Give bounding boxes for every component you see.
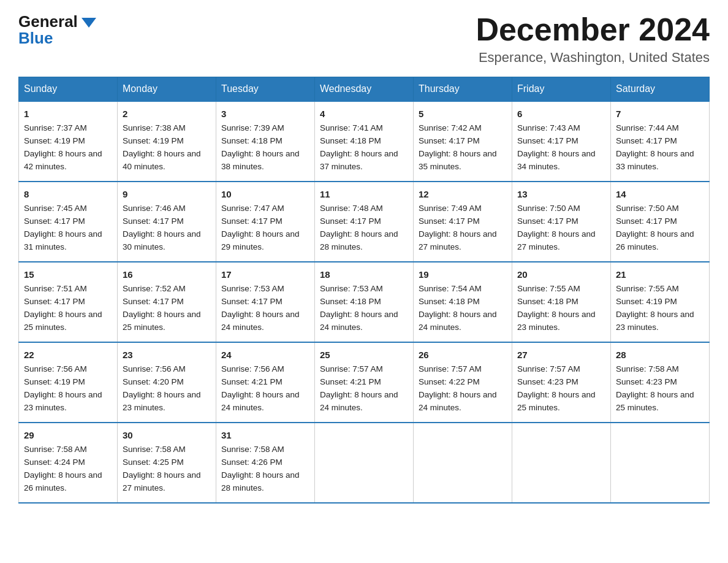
calendar-cell: 8Sunrise: 7:45 AMSunset: 4:17 PMDaylight… — [19, 182, 118, 262]
day-info: Sunrise: 7:55 AMSunset: 4:19 PMDaylight:… — [616, 284, 694, 332]
col-header-friday: Friday — [512, 77, 611, 102]
calendar-week-row: 8Sunrise: 7:45 AMSunset: 4:17 PMDaylight… — [19, 182, 710, 262]
calendar-cell: 30Sunrise: 7:58 AMSunset: 4:25 PMDayligh… — [118, 423, 216, 503]
day-number: 3 — [221, 107, 309, 121]
calendar-cell: 14Sunrise: 7:50 AMSunset: 4:17 PMDayligh… — [611, 182, 710, 262]
calendar-cell: 25Sunrise: 7:57 AMSunset: 4:21 PMDayligh… — [315, 342, 414, 423]
day-info: Sunrise: 7:57 AMSunset: 4:23 PMDaylight:… — [517, 364, 596, 412]
calendar-cell — [611, 423, 710, 503]
calendar-cell: 11Sunrise: 7:48 AMSunset: 4:17 PMDayligh… — [315, 182, 414, 262]
day-number: 12 — [419, 187, 507, 201]
day-number: 10 — [221, 187, 309, 201]
day-info: Sunrise: 7:39 AMSunset: 4:18 PMDaylight:… — [221, 123, 300, 171]
day-info: Sunrise: 7:46 AMSunset: 4:17 PMDaylight:… — [123, 204, 201, 251]
day-info: Sunrise: 7:52 AMSunset: 4:17 PMDaylight:… — [123, 284, 201, 332]
day-info: Sunrise: 7:53 AMSunset: 4:18 PMDaylight:… — [320, 284, 398, 332]
location-subtitle: Esperance, Washington, United States — [476, 50, 710, 66]
calendar-cell — [414, 423, 512, 503]
day-number: 27 — [517, 348, 605, 362]
calendar-cell: 17Sunrise: 7:53 AMSunset: 4:17 PMDayligh… — [216, 262, 315, 342]
day-number: 14 — [616, 187, 704, 201]
day-info: Sunrise: 7:58 AMSunset: 4:26 PMDaylight:… — [221, 445, 300, 492]
day-info: Sunrise: 7:55 AMSunset: 4:18 PMDaylight:… — [517, 284, 596, 332]
col-header-saturday: Saturday — [611, 77, 710, 102]
calendar-cell: 20Sunrise: 7:55 AMSunset: 4:18 PMDayligh… — [512, 262, 611, 342]
calendar-cell: 23Sunrise: 7:56 AMSunset: 4:20 PMDayligh… — [118, 342, 216, 423]
day-info: Sunrise: 7:54 AMSunset: 4:18 PMDaylight:… — [419, 284, 497, 332]
calendar-cell — [512, 423, 611, 503]
day-info: Sunrise: 7:50 AMSunset: 4:17 PMDaylight:… — [616, 204, 694, 251]
calendar-week-row: 1Sunrise: 7:37 AMSunset: 4:19 PMDaylight… — [19, 101, 710, 182]
day-info: Sunrise: 7:51 AMSunset: 4:17 PMDaylight:… — [24, 284, 102, 332]
calendar-cell: 28Sunrise: 7:58 AMSunset: 4:23 PMDayligh… — [611, 342, 710, 423]
day-number: 24 — [221, 348, 309, 362]
calendar-week-row: 22Sunrise: 7:56 AMSunset: 4:19 PMDayligh… — [19, 342, 710, 423]
calendar-cell: 10Sunrise: 7:47 AMSunset: 4:17 PMDayligh… — [216, 182, 315, 262]
calendar-cell: 7Sunrise: 7:44 AMSunset: 4:17 PMDaylight… — [611, 101, 710, 182]
calendar-header-row: SundayMondayTuesdayWednesdayThursdayFrid… — [19, 77, 710, 102]
calendar-cell: 21Sunrise: 7:55 AMSunset: 4:19 PMDayligh… — [611, 262, 710, 342]
calendar-cell: 19Sunrise: 7:54 AMSunset: 4:18 PMDayligh… — [414, 262, 512, 342]
day-info: Sunrise: 7:38 AMSunset: 4:19 PMDaylight:… — [123, 123, 201, 171]
day-number: 26 — [419, 348, 507, 362]
day-info: Sunrise: 7:43 AMSunset: 4:17 PMDaylight:… — [517, 123, 596, 171]
day-info: Sunrise: 7:57 AMSunset: 4:21 PMDaylight:… — [320, 364, 398, 412]
day-number: 9 — [123, 187, 211, 201]
day-number: 29 — [24, 428, 112, 442]
day-info: Sunrise: 7:49 AMSunset: 4:17 PMDaylight:… — [419, 204, 497, 251]
day-info: Sunrise: 7:56 AMSunset: 4:20 PMDaylight:… — [123, 364, 201, 412]
day-info: Sunrise: 7:58 AMSunset: 4:25 PMDaylight:… — [123, 445, 201, 492]
calendar-week-row: 29Sunrise: 7:58 AMSunset: 4:24 PMDayligh… — [19, 423, 710, 503]
calendar-cell — [315, 423, 414, 503]
day-number: 4 — [320, 107, 408, 121]
day-number: 20 — [517, 267, 605, 282]
calendar-table: SundayMondayTuesdayWednesdayThursdayFrid… — [18, 77, 710, 504]
day-number: 6 — [517, 107, 605, 121]
calendar-cell: 24Sunrise: 7:56 AMSunset: 4:21 PMDayligh… — [216, 342, 315, 423]
day-info: Sunrise: 7:45 AMSunset: 4:17 PMDaylight:… — [24, 204, 102, 251]
day-number: 17 — [221, 267, 309, 282]
day-number: 25 — [320, 348, 408, 362]
day-number: 19 — [419, 267, 507, 282]
logo: General Blue — [18, 12, 96, 48]
day-info: Sunrise: 7:44 AMSunset: 4:17 PMDaylight:… — [616, 123, 694, 171]
day-info: Sunrise: 7:58 AMSunset: 4:24 PMDaylight:… — [24, 445, 102, 492]
calendar-cell: 15Sunrise: 7:51 AMSunset: 4:17 PMDayligh… — [19, 262, 118, 342]
day-info: Sunrise: 7:53 AMSunset: 4:17 PMDaylight:… — [221, 284, 300, 332]
day-number: 8 — [24, 187, 112, 201]
title-section: December 2024 Esperance, Washington, Uni… — [476, 12, 710, 66]
month-title: December 2024 — [476, 12, 710, 47]
day-info: Sunrise: 7:57 AMSunset: 4:22 PMDaylight:… — [419, 364, 497, 412]
day-info: Sunrise: 7:48 AMSunset: 4:17 PMDaylight:… — [320, 204, 398, 251]
logo-arrow-icon — [82, 18, 96, 28]
day-number: 18 — [320, 267, 408, 282]
calendar-week-row: 15Sunrise: 7:51 AMSunset: 4:17 PMDayligh… — [19, 262, 710, 342]
day-number: 21 — [616, 267, 704, 282]
calendar-cell: 18Sunrise: 7:53 AMSunset: 4:18 PMDayligh… — [315, 262, 414, 342]
col-header-sunday: Sunday — [19, 77, 118, 102]
day-info: Sunrise: 7:56 AMSunset: 4:21 PMDaylight:… — [221, 364, 300, 412]
col-header-wednesday: Wednesday — [315, 77, 414, 102]
calendar-cell: 27Sunrise: 7:57 AMSunset: 4:23 PMDayligh… — [512, 342, 611, 423]
day-number: 2 — [123, 107, 211, 121]
calendar-cell: 2Sunrise: 7:38 AMSunset: 4:19 PMDaylight… — [118, 101, 216, 182]
calendar-cell: 4Sunrise: 7:41 AMSunset: 4:18 PMDaylight… — [315, 101, 414, 182]
day-number: 23 — [123, 348, 211, 362]
col-header-tuesday: Tuesday — [216, 77, 315, 102]
calendar-cell: 5Sunrise: 7:42 AMSunset: 4:17 PMDaylight… — [414, 101, 512, 182]
calendar-cell: 29Sunrise: 7:58 AMSunset: 4:24 PMDayligh… — [19, 423, 118, 503]
col-header-thursday: Thursday — [414, 77, 512, 102]
day-number: 28 — [616, 348, 704, 362]
calendar-cell: 9Sunrise: 7:46 AMSunset: 4:17 PMDaylight… — [118, 182, 216, 262]
calendar-cell: 3Sunrise: 7:39 AMSunset: 4:18 PMDaylight… — [216, 101, 315, 182]
day-number: 5 — [419, 107, 507, 121]
calendar-cell: 16Sunrise: 7:52 AMSunset: 4:17 PMDayligh… — [118, 262, 216, 342]
col-header-monday: Monday — [118, 77, 216, 102]
day-info: Sunrise: 7:47 AMSunset: 4:17 PMDaylight:… — [221, 204, 300, 251]
day-info: Sunrise: 7:41 AMSunset: 4:18 PMDaylight:… — [320, 123, 398, 171]
day-number: 15 — [24, 267, 112, 282]
calendar-cell: 31Sunrise: 7:58 AMSunset: 4:26 PMDayligh… — [216, 423, 315, 503]
day-number: 13 — [517, 187, 605, 201]
calendar-cell: 6Sunrise: 7:43 AMSunset: 4:17 PMDaylight… — [512, 101, 611, 182]
calendar-cell: 13Sunrise: 7:50 AMSunset: 4:17 PMDayligh… — [512, 182, 611, 262]
